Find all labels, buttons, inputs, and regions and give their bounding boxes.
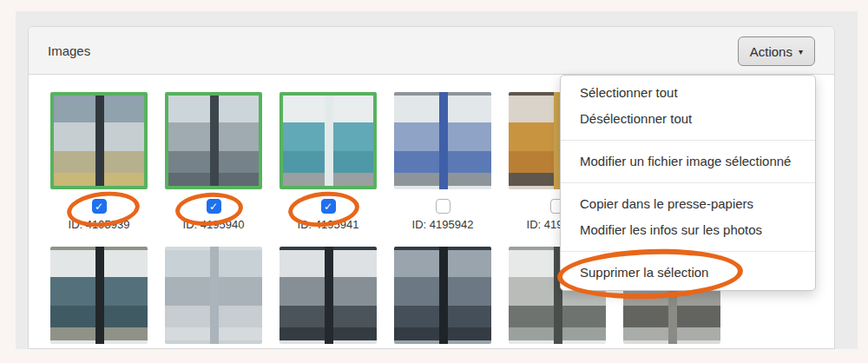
- image-id-label: ID: 4195940: [183, 218, 245, 231]
- actions-dropdown-menu: Sélectionner toutDésélectionner toutModi…: [560, 75, 816, 291]
- caret-down-icon: ▾: [799, 48, 803, 56]
- thumbnail-workshop-overview[interactable]: [165, 92, 262, 189]
- images-panel-header: Images Actions ▾: [29, 27, 834, 75]
- panel-title: Images: [48, 43, 90, 58]
- menu-divider: [561, 251, 815, 252]
- thumbnail-machine-shop-interior[interactable]: [50, 92, 148, 189]
- checkmark-icon: ✓: [324, 201, 332, 213]
- image-cell: [279, 247, 377, 344]
- menu-item-selectionner-tout[interactable]: Sélectionner tout: [561, 80, 815, 106]
- checkmark-icon: ✓: [209, 201, 218, 213]
- image-checkbox[interactable]: ✓: [92, 199, 107, 214]
- menu-item-deselectionner-tout[interactable]: Désélectionner tout: [561, 106, 815, 132]
- checkmark-icon: ✓: [95, 201, 103, 213]
- image-cell: [165, 247, 262, 344]
- image-cell: [394, 247, 491, 344]
- image-checkbox[interactable]: ✓: [321, 199, 336, 214]
- thumbnail-factory-shiny-floor[interactable]: [165, 247, 262, 344]
- thumbnail-factory-aisle[interactable]: [394, 247, 491, 344]
- thumbnail-building-exterior-sign[interactable]: [50, 247, 148, 344]
- menu-item-supprimer-la-selection[interactable]: Supprimer la sélection: [561, 260, 815, 286]
- image-cell: ✓ ID: 4195941: [279, 92, 377, 231]
- image-cell: ID: 4195942: [394, 92, 491, 231]
- image-cell: ✓ ID: 4195940: [165, 92, 262, 231]
- image-checkbox[interactable]: ✓: [207, 199, 221, 214]
- menu-divider: [561, 140, 815, 141]
- image-id-label: ID: 4195942: [412, 218, 474, 231]
- actions-button[interactable]: Actions ▾: [738, 36, 815, 66]
- image-id-label: ID: 4195941: [298, 218, 359, 231]
- thumbnail-building-exterior-sculpture[interactable]: [279, 92, 377, 189]
- thumbnail-workshop-blue-racks[interactable]: [394, 92, 491, 189]
- thumbnail-mezzanine-railing[interactable]: [279, 247, 377, 344]
- actions-button-label: Actions: [750, 44, 792, 59]
- menu-item-copier-dans-le-presse-papiers[interactable]: Copier dans le presse-papiers: [561, 191, 815, 217]
- image-cell: ✓ ID: 4195939: [50, 92, 148, 231]
- page-background: { "colors": { "page_background": "#faf4f…: [0, 0, 868, 363]
- image-checkbox[interactable]: [436, 199, 450, 214]
- image-id-label: ID: 4195939: [69, 218, 130, 231]
- menu-divider: [561, 182, 815, 183]
- menu-item-modifier-les-infos-sur-les-photos[interactable]: Modifier les infos sur les photos: [561, 217, 815, 243]
- menu-item-modifier-un-fichier-image-selectionne[interactable]: Modifier un fichier image sélectionné: [561, 148, 815, 175]
- image-cell: [50, 247, 148, 344]
